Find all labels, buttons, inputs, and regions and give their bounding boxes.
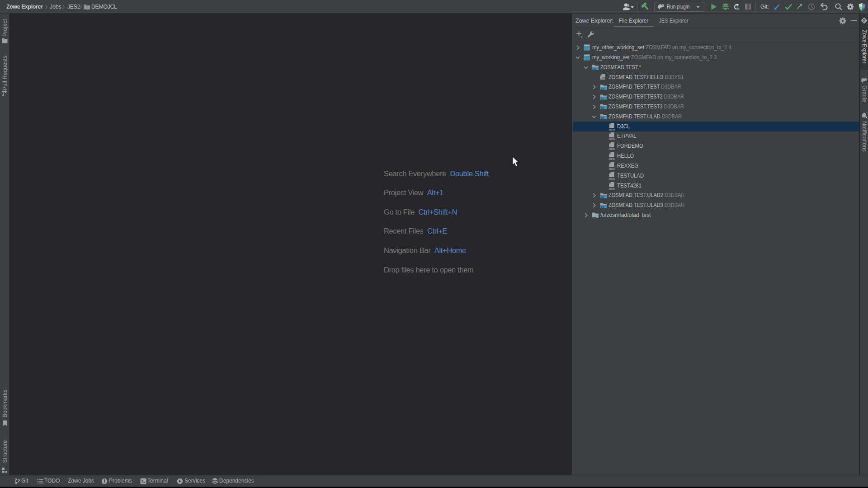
svg-text:Z: Z [863, 19, 865, 23]
